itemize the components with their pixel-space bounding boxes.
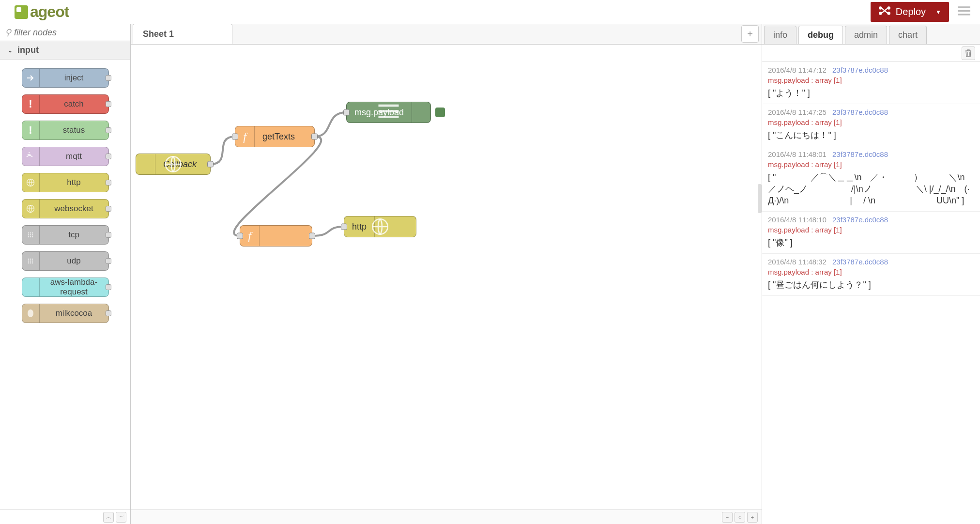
palette-node-inject[interactable]: inject <box>22 68 109 88</box>
svg-point-20 <box>32 259 33 260</box>
workspace-footer: − ○ + <box>131 509 762 524</box>
debug-node-id[interactable]: 23f3787e.dc0c88 <box>832 66 888 74</box>
zoom-reset-button[interactable]: ○ <box>735 512 745 523</box>
input-port[interactable] <box>343 109 350 116</box>
svg-point-22 <box>30 261 31 262</box>
node-label: udp <box>40 256 108 266</box>
globe-icon <box>22 200 40 218</box>
deploy-button[interactable]: Deploy ▼ <box>871 2 949 22</box>
function-icon: f <box>235 126 255 147</box>
svg-point-1 <box>888 7 889 9</box>
svg-point-19 <box>30 259 31 260</box>
trash-icon <box>965 49 972 57</box>
tab-info[interactable]: info <box>764 26 796 44</box>
debug-timestamp: 2016/4/8 11:47:12 <box>768 66 827 74</box>
debug-node-id[interactable]: 23f3787e.dc0c88 <box>832 258 888 266</box>
output-port <box>106 180 111 185</box>
logo-text: ageot <box>30 3 69 21</box>
arrow-icon <box>22 69 40 87</box>
palette-node-tcp[interactable]: tcp <box>22 225 109 245</box>
palette-node-milkcocoa[interactable]: milkcocoa <box>22 304 109 323</box>
output-port <box>106 258 111 264</box>
flow-node-http[interactable]: http <box>344 216 416 237</box>
collapse-up-button[interactable]: ︿ <box>103 512 114 523</box>
output-port <box>106 154 111 159</box>
debug-active-indicator[interactable] <box>435 108 445 117</box>
add-tab-button[interactable]: + <box>741 25 759 43</box>
svg-point-13 <box>30 234 31 236</box>
tab-sheet-1[interactable]: Sheet 1 <box>133 24 232 44</box>
flow-node-debug[interactable]: msg.payload <box>346 102 431 123</box>
svg-point-12 <box>28 234 30 236</box>
flow-node-function-2[interactable]: f <box>240 225 312 247</box>
debug-timestamp: 2016/4/8 11:48:10 <box>768 216 827 224</box>
svg-point-0 <box>879 7 881 9</box>
svg-point-2 <box>879 12 881 14</box>
node-label: status <box>40 125 108 135</box>
workspace: Sheet 1 + Callback <box>131 24 762 524</box>
output-port <box>106 127 111 133</box>
output-port <box>106 101 111 107</box>
debug-node-id[interactable]: 23f3787e.dc0c88 <box>832 150 888 158</box>
output-port <box>106 75 111 81</box>
input-port[interactable] <box>341 224 347 230</box>
palette-node-http[interactable]: http <box>22 173 109 192</box>
zoom-out-button[interactable]: − <box>722 512 733 523</box>
node-label: inject <box>40 73 108 83</box>
svg-point-18 <box>28 259 30 260</box>
palette-node-websocket[interactable]: websocket <box>22 199 109 218</box>
canvas[interactable]: Callback f getTexts msg.payload <box>131 45 762 509</box>
menu-button[interactable] <box>958 6 970 17</box>
palette-node-aws-lambda-request[interactable]: aws-lambda-request <box>22 277 109 297</box>
deploy-icon <box>878 6 891 18</box>
bang-icon: ! <box>22 121 40 139</box>
palette-node-udp[interactable]: udp <box>22 251 109 271</box>
flow-node-gettexts[interactable]: f getTexts <box>235 126 315 147</box>
sidebar-resizer[interactable] <box>758 184 762 213</box>
palette-node-catch[interactable]: !catch <box>22 94 109 114</box>
debug-node-id[interactable]: 23f3787e.dc0c88 <box>832 108 888 116</box>
svg-point-25 <box>30 262 31 264</box>
debug-topic: msg.payload : array [1] <box>768 268 974 276</box>
sidebar: info debug admin chart 2016/4/8 11:47:12… <box>762 24 980 524</box>
header: ageot Deploy ▼ <box>0 0 980 24</box>
expand-down-button[interactable]: ﹀ <box>116 512 126 523</box>
debug-topic: msg.payload : array [1] <box>768 160 974 169</box>
palette-node-status[interactable]: !status <box>22 121 109 140</box>
output-port[interactable] <box>207 161 214 168</box>
output-port[interactable] <box>309 233 315 239</box>
node-label: catch <box>40 99 108 109</box>
dots-icon <box>22 226 40 244</box>
debug-payload: [ "昼ごはん何にしよう？" ] <box>768 279 974 291</box>
debug-timestamp: 2016/4/8 11:48:32 <box>768 258 827 266</box>
filter-box: ⚲ <box>0 24 130 41</box>
svg-point-14 <box>32 234 33 236</box>
output-port <box>106 310 111 316</box>
debug-topic: msg.payload : array [1] <box>768 76 974 84</box>
function-icon: f <box>240 226 260 246</box>
deploy-label: Deploy <box>896 6 926 17</box>
tab-admin[interactable]: admin <box>845 26 887 44</box>
tab-chart[interactable]: chart <box>889 26 927 44</box>
svg-rect-30 <box>379 110 399 112</box>
output-port[interactable] <box>311 134 318 140</box>
input-port[interactable] <box>232 134 238 140</box>
filter-input[interactable] <box>14 28 127 38</box>
palette-node-mqtt[interactable]: mqtt <box>22 147 109 166</box>
flow-node-callback[interactable]: Callback <box>136 154 211 175</box>
node-label: tcp <box>40 230 108 240</box>
svg-rect-31 <box>379 116 399 118</box>
node-label: milkcocoa <box>40 308 108 318</box>
bean-icon <box>22 304 40 323</box>
tab-debug[interactable]: debug <box>798 26 843 44</box>
input-port[interactable] <box>237 233 243 239</box>
palette-category-input[interactable]: ⌄ input <box>0 41 130 60</box>
clear-debug-button[interactable] <box>962 46 975 60</box>
node-label: mqtt <box>40 152 108 161</box>
svg-point-9 <box>28 232 30 234</box>
zoom-in-button[interactable]: + <box>747 512 758 523</box>
debug-message: 2016/4/8 11:48:0123f3787e.dc0c88msg.payl… <box>762 146 980 212</box>
flow-wires <box>131 45 762 509</box>
debug-node-id[interactable]: 23f3787e.dc0c88 <box>832 216 888 224</box>
svg-point-26 <box>32 262 33 264</box>
